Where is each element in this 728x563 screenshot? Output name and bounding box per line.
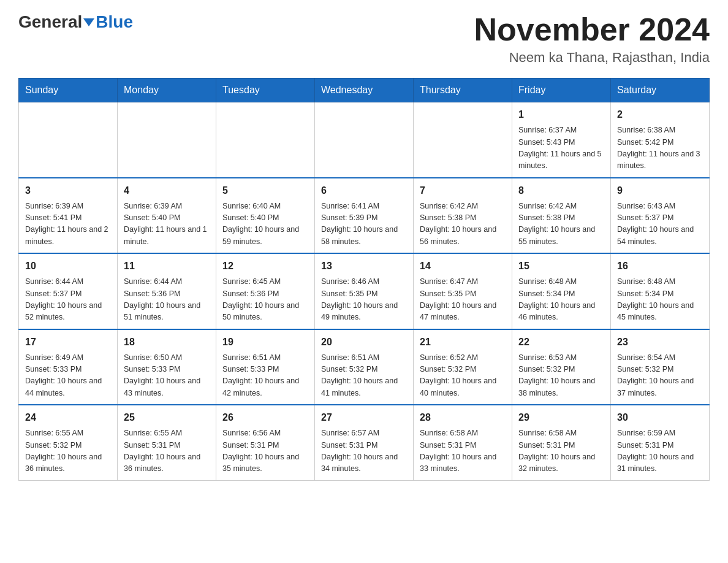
- logo-blue-text: Blue: [96, 12, 133, 32]
- calendar-cell: 15Sunrise: 6:48 AMSunset: 5:34 PMDayligh…: [512, 253, 611, 329]
- calendar-cell: 8Sunrise: 6:42 AMSunset: 5:38 PMDaylight…: [512, 178, 611, 254]
- day-number: 15: [518, 259, 604, 274]
- calendar-cell: 5Sunrise: 6:40 AMSunset: 5:40 PMDaylight…: [216, 178, 315, 254]
- calendar-cell: 25Sunrise: 6:55 AMSunset: 5:31 PMDayligh…: [118, 405, 216, 480]
- calendar-cell: 6Sunrise: 6:41 AMSunset: 5:39 PMDaylight…: [315, 178, 414, 254]
- day-number: 17: [25, 335, 111, 350]
- day-info: Sunrise: 6:51 AMSunset: 5:32 PMDaylight:…: [321, 352, 407, 400]
- day-info: Sunrise: 6:44 AMSunset: 5:36 PMDaylight:…: [124, 276, 210, 324]
- calendar-cell: 27Sunrise: 6:57 AMSunset: 5:31 PMDayligh…: [315, 405, 414, 480]
- day-number: 7: [420, 183, 506, 198]
- day-info: Sunrise: 6:46 AMSunset: 5:35 PMDaylight:…: [321, 276, 407, 324]
- day-info: Sunrise: 6:51 AMSunset: 5:33 PMDaylight:…: [222, 352, 308, 400]
- day-info: Sunrise: 6:57 AMSunset: 5:31 PMDaylight:…: [321, 427, 407, 475]
- day-number: 1: [518, 107, 604, 122]
- calendar-cell: 7Sunrise: 6:42 AMSunset: 5:38 PMDaylight…: [414, 178, 512, 254]
- day-info: Sunrise: 6:52 AMSunset: 5:32 PMDaylight:…: [420, 352, 506, 400]
- day-info: Sunrise: 6:47 AMSunset: 5:35 PMDaylight:…: [420, 276, 506, 324]
- day-info: Sunrise: 6:53 AMSunset: 5:32 PMDaylight:…: [518, 352, 604, 400]
- day-number: 9: [617, 183, 703, 198]
- day-number: 4: [124, 183, 210, 198]
- logo-general-text: General: [18, 12, 82, 32]
- calendar-cell: [216, 102, 315, 178]
- day-number: 24: [25, 410, 111, 425]
- calendar-cell: [414, 102, 512, 178]
- day-info: Sunrise: 6:39 AMSunset: 5:40 PMDaylight:…: [124, 201, 210, 248]
- calendar-cell: 29Sunrise: 6:58 AMSunset: 5:31 PMDayligh…: [512, 405, 611, 480]
- weekday-header-tuesday: Tuesday: [216, 79, 315, 102]
- day-number: 2: [617, 107, 703, 122]
- calendar-cell: 16Sunrise: 6:48 AMSunset: 5:34 PMDayligh…: [611, 253, 710, 329]
- calendar-cell: 9Sunrise: 6:43 AMSunset: 5:37 PMDaylight…: [611, 178, 710, 254]
- calendar-cell: 2Sunrise: 6:38 AMSunset: 5:42 PMDaylight…: [611, 102, 710, 178]
- day-info: Sunrise: 6:42 AMSunset: 5:38 PMDaylight:…: [420, 201, 506, 248]
- day-info: Sunrise: 6:41 AMSunset: 5:39 PMDaylight:…: [321, 201, 407, 248]
- calendar-cell: 21Sunrise: 6:52 AMSunset: 5:32 PMDayligh…: [414, 329, 512, 405]
- weekday-header-wednesday: Wednesday: [315, 79, 414, 102]
- day-info: Sunrise: 6:38 AMSunset: 5:42 PMDaylight:…: [617, 124, 703, 172]
- day-number: 25: [124, 410, 210, 425]
- calendar-cell: 22Sunrise: 6:53 AMSunset: 5:32 PMDayligh…: [512, 329, 611, 405]
- calendar-cell: [118, 102, 216, 178]
- calendar-cell: [315, 102, 414, 178]
- calendar-cell: 19Sunrise: 6:51 AMSunset: 5:33 PMDayligh…: [216, 329, 315, 405]
- calendar-cell: 30Sunrise: 6:59 AMSunset: 5:31 PMDayligh…: [611, 405, 710, 480]
- triangle-icon: [83, 18, 94, 26]
- calendar-cell: 4Sunrise: 6:39 AMSunset: 5:40 PMDaylight…: [118, 178, 216, 254]
- logo-blue-part: Blue: [82, 12, 133, 32]
- logo: General Blue: [18, 12, 133, 32]
- day-number: 21: [420, 335, 506, 350]
- calendar-cell: 10Sunrise: 6:44 AMSunset: 5:37 PMDayligh…: [19, 253, 118, 329]
- day-info: Sunrise: 6:43 AMSunset: 5:37 PMDaylight:…: [617, 201, 703, 248]
- day-info: Sunrise: 6:49 AMSunset: 5:33 PMDaylight:…: [25, 352, 111, 400]
- calendar-cell: 17Sunrise: 6:49 AMSunset: 5:33 PMDayligh…: [19, 329, 118, 405]
- day-info: Sunrise: 6:44 AMSunset: 5:37 PMDaylight:…: [25, 276, 111, 324]
- weekday-header-thursday: Thursday: [414, 79, 512, 102]
- day-number: 23: [617, 335, 703, 350]
- day-info: Sunrise: 6:48 AMSunset: 5:34 PMDaylight:…: [617, 276, 703, 324]
- day-number: 13: [321, 259, 407, 274]
- day-info: Sunrise: 6:55 AMSunset: 5:32 PMDaylight:…: [25, 427, 111, 475]
- calendar-cell: 3Sunrise: 6:39 AMSunset: 5:41 PMDaylight…: [19, 178, 118, 254]
- day-number: 12: [222, 259, 308, 274]
- page-title: November 2024: [474, 12, 710, 47]
- day-info: Sunrise: 6:55 AMSunset: 5:31 PMDaylight:…: [124, 427, 210, 475]
- day-info: Sunrise: 6:58 AMSunset: 5:31 PMDaylight:…: [518, 427, 604, 475]
- day-info: Sunrise: 6:42 AMSunset: 5:38 PMDaylight:…: [518, 201, 604, 248]
- day-info: Sunrise: 6:59 AMSunset: 5:31 PMDaylight:…: [617, 427, 703, 475]
- day-number: 30: [617, 410, 703, 425]
- calendar-cell: 20Sunrise: 6:51 AMSunset: 5:32 PMDayligh…: [315, 329, 414, 405]
- weekday-header-row: SundayMondayTuesdayWednesdayThursdayFrid…: [19, 79, 710, 102]
- day-number: 27: [321, 410, 407, 425]
- day-number: 5: [222, 183, 308, 198]
- day-info: Sunrise: 6:48 AMSunset: 5:34 PMDaylight:…: [518, 276, 604, 324]
- day-number: 29: [518, 410, 604, 425]
- title-area: November 2024 Neem ka Thana, Rajasthan, …: [474, 12, 710, 66]
- day-info: Sunrise: 6:54 AMSunset: 5:32 PMDaylight:…: [617, 352, 703, 400]
- day-info: Sunrise: 6:45 AMSunset: 5:36 PMDaylight:…: [222, 276, 308, 324]
- calendar-cell: 11Sunrise: 6:44 AMSunset: 5:36 PMDayligh…: [118, 253, 216, 329]
- calendar-cell: 18Sunrise: 6:50 AMSunset: 5:33 PMDayligh…: [118, 329, 216, 405]
- calendar-row-1: 3Sunrise: 6:39 AMSunset: 5:41 PMDaylight…: [19, 178, 710, 254]
- day-number: 11: [124, 259, 210, 274]
- page-header: General Blue November 2024 Neem ka Thana…: [18, 12, 710, 66]
- calendar-cell: 23Sunrise: 6:54 AMSunset: 5:32 PMDayligh…: [611, 329, 710, 405]
- logo-area: General Blue: [18, 12, 133, 32]
- weekday-header-monday: Monday: [118, 79, 216, 102]
- day-info: Sunrise: 6:58 AMSunset: 5:31 PMDaylight:…: [420, 427, 506, 475]
- calendar-row-4: 24Sunrise: 6:55 AMSunset: 5:32 PMDayligh…: [19, 405, 710, 480]
- day-number: 28: [420, 410, 506, 425]
- calendar-cell: 14Sunrise: 6:47 AMSunset: 5:35 PMDayligh…: [414, 253, 512, 329]
- day-number: 22: [518, 335, 604, 350]
- calendar-cell: 1Sunrise: 6:37 AMSunset: 5:43 PMDaylight…: [512, 102, 611, 178]
- page-subtitle: Neem ka Thana, Rajasthan, India: [474, 50, 710, 66]
- calendar-cell: 26Sunrise: 6:56 AMSunset: 5:31 PMDayligh…: [216, 405, 315, 480]
- day-number: 6: [321, 183, 407, 198]
- day-number: 10: [25, 259, 111, 274]
- calendar-cell: 28Sunrise: 6:58 AMSunset: 5:31 PMDayligh…: [414, 405, 512, 480]
- calendar-row-0: 1Sunrise: 6:37 AMSunset: 5:43 PMDaylight…: [19, 102, 710, 178]
- calendar-row-2: 10Sunrise: 6:44 AMSunset: 5:37 PMDayligh…: [19, 253, 710, 329]
- day-number: 14: [420, 259, 506, 274]
- weekday-header-friday: Friday: [512, 79, 611, 102]
- calendar-table: SundayMondayTuesdayWednesdayThursdayFrid…: [18, 78, 710, 481]
